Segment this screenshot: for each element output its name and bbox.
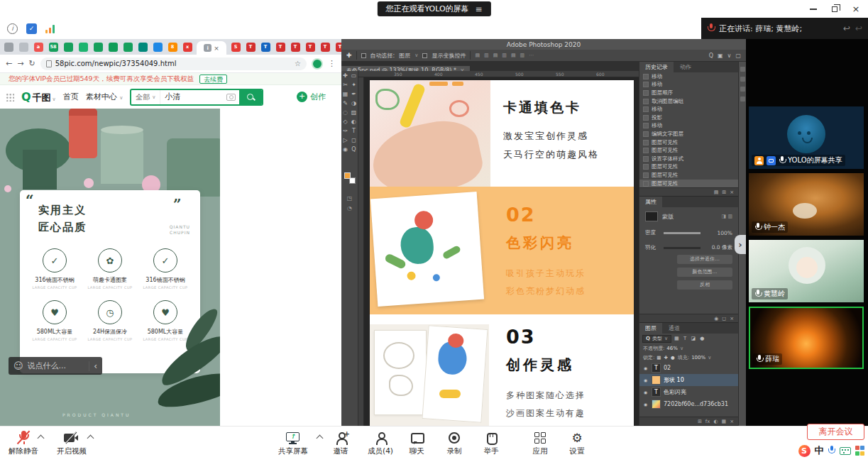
forward-icon[interactable]: → [17, 59, 23, 68]
ps-tool-icon[interactable]: ✑ [341, 126, 350, 136]
auto-select-checkbox[interactable] [361, 53, 366, 58]
delete-icon[interactable]: × [730, 316, 734, 321]
layer-row[interactable]: ◉7202bf60e...d736cb31 [639, 398, 738, 410]
adjustment-icon[interactable]: ◐ [713, 419, 718, 424]
delete-icon[interactable]: × [730, 189, 734, 195]
search-button[interactable] [239, 90, 262, 104]
ime-keyboard-icon[interactable] [840, 447, 851, 455]
nav-home[interactable]: 首页 [63, 92, 79, 102]
link-icon[interactable]: ⊞ [698, 419, 702, 424]
lock-icons[interactable]: ▦ ✚ ● [657, 355, 675, 361]
image-search-icon[interactable] [226, 94, 236, 101]
chat-input-placeholder[interactable]: 说点什么... [28, 361, 85, 371]
ime-mode-indicator[interactable]: 中 [815, 444, 824, 457]
history-item[interactable]: 图层可见性 [639, 138, 738, 147]
history-item[interactable]: 移动 [639, 72, 738, 81]
history-item[interactable]: 图层可见性 [639, 146, 738, 155]
visibility-eye-icon[interactable]: ◉ [642, 402, 649, 407]
ps-tool-icon[interactable]: T [350, 126, 358, 136]
browser-tab[interactable]: T [334, 41, 341, 53]
profile-avatar[interactable] [312, 58, 323, 70]
invert-button[interactable]: 反相 [677, 280, 732, 290]
visibility-eye-icon[interactable]: ◉ [642, 365, 649, 370]
browser-tab[interactable]: T [260, 41, 271, 53]
search-input[interactable]: 小清 [160, 92, 226, 102]
history-item[interactable]: 图层可见性 [639, 171, 738, 180]
ps-tool-icon[interactable]: ◐ [350, 117, 358, 126]
layer-row[interactable]: ◉T02 [639, 362, 738, 374]
align-icon[interactable]: ▥ [484, 53, 489, 58]
screen-mode-icons[interactable]: ◳◔ [341, 194, 358, 214]
show-transform-checkbox[interactable] [422, 53, 427, 58]
layer-effects-icon[interactable]: fx [705, 419, 710, 424]
ps-tool-icon[interactable]: ▭ [350, 71, 358, 80]
history-item[interactable]: 图层可见性 [639, 180, 738, 188]
screen-mode-icon[interactable]: ▢ [735, 53, 741, 59]
unmute-button[interactable]: 解除静音 [3, 430, 44, 456]
align-icon[interactable]: ▥ [502, 53, 507, 58]
ps-tool-icon[interactable]: ▷ [341, 136, 350, 145]
bookmark-star-icon[interactable]: ☆ [295, 60, 301, 67]
participant-tile[interactable]: 黄慧岭 [749, 240, 864, 302]
browser-tab[interactable]: S [230, 41, 241, 53]
participant-tile[interactable]: 钟一杰 [749, 173, 864, 236]
apply-icon[interactable]: ◉ [714, 316, 718, 321]
color-swatches[interactable] [344, 172, 356, 184]
history-item[interactable]: 图层顺序 [639, 89, 738, 97]
ps-tool-icon[interactable]: ▨ [350, 108, 358, 117]
history-item[interactable]: 移动 [639, 81, 738, 89]
browser-tab[interactable]: a [33, 41, 44, 53]
browser-tab[interactable] [3, 41, 14, 53]
apps-grid-icon[interactable] [6, 93, 14, 101]
tab-history[interactable]: 历史记录 [639, 62, 674, 72]
delete-layer-icon[interactable]: × [730, 419, 734, 424]
history-item[interactable]: 取消图层编组 [639, 97, 738, 106]
browser-tab[interactable] [122, 41, 133, 53]
ps-tool-icon[interactable]: ◑ [350, 99, 358, 108]
address-bar[interactable]: 58pic.com/newpic/37354049.html ☆ [40, 57, 307, 70]
auto-select-value[interactable]: 图层 [399, 52, 410, 60]
more-options-icon[interactable]: ⋯ [529, 53, 534, 58]
visibility-eye-icon[interactable]: ◉ [642, 378, 649, 383]
collapse-chat-icon[interactable]: ‹ [94, 361, 97, 371]
align-icon[interactable]: ▤ [475, 53, 480, 58]
density-value[interactable]: 100% [718, 230, 732, 236]
search-icon[interactable]: Q [709, 53, 713, 59]
layer-filter-icons[interactable]: ▦ T ◪ ● [674, 336, 705, 341]
browser-tab[interactable] [137, 41, 148, 53]
apps-button[interactable]: 应用 [524, 430, 556, 456]
fill-chevron-icon[interactable]: ∨ [708, 355, 711, 361]
browser-tab[interactable] [107, 41, 119, 53]
ps-tool-icon[interactable]: ✎ [341, 99, 350, 108]
url-text[interactable]: 58pic.com/newpic/37354049.html [55, 60, 291, 67]
workspace-icon[interactable]: ▣ [718, 53, 723, 59]
snapshot-icon[interactable]: ▤ [714, 189, 719, 195]
browser-tab[interactable]: 58 [48, 41, 59, 53]
browser-tab[interactable]: x [182, 41, 193, 53]
ps-tool-icon[interactable]: ✒ [350, 89, 358, 99]
start-video-button[interactable]: 开启视频 [51, 430, 92, 456]
history-item[interactable]: 图层可见性 [639, 163, 738, 172]
history-item[interactable]: 投影 [639, 114, 738, 122]
browser-tab[interactable] [77, 41, 89, 53]
browser-menu-icon[interactable]: ⋮ [328, 59, 336, 68]
invite-button[interactable]: + 邀请 [325, 430, 356, 456]
browser-tab[interactable] [92, 41, 104, 53]
banner-menu-icon[interactable]: ≡ [476, 4, 483, 14]
browser-tab[interactable] [62, 41, 74, 53]
settings-button[interactable]: ⚙ 设置 [561, 430, 593, 456]
browser-tab[interactable]: T [290, 41, 301, 53]
ps-tool-icon[interactable]: ◇ [341, 117, 350, 126]
move-tool-icon[interactable]: ✚ [346, 52, 352, 59]
layer-filter-select[interactable]: Q类型∨ [642, 335, 671, 343]
record-button[interactable]: 录制 [439, 430, 470, 456]
leave-meeting-button[interactable]: 离开会议 [807, 424, 864, 440]
workspace-chevron-icon[interactable]: ∨ [727, 53, 732, 59]
reload-icon[interactable]: ↻ [28, 59, 35, 68]
browser-tab[interactable] [18, 41, 29, 53]
chat-input-pill[interactable]: ☺ 说点什么... ‹ [9, 357, 102, 375]
renew-button[interactable]: 去续费 [199, 75, 227, 84]
new-state-icon[interactable]: ⊞ [722, 189, 726, 195]
ps-canvas[interactable]: 卡通填色卡 激发宝宝创作灵感 天马行空的萌趣风格 02 色彩闪亮 吸引孩子主动玩… [358, 77, 639, 426]
browser-tab[interactable] [152, 41, 163, 53]
